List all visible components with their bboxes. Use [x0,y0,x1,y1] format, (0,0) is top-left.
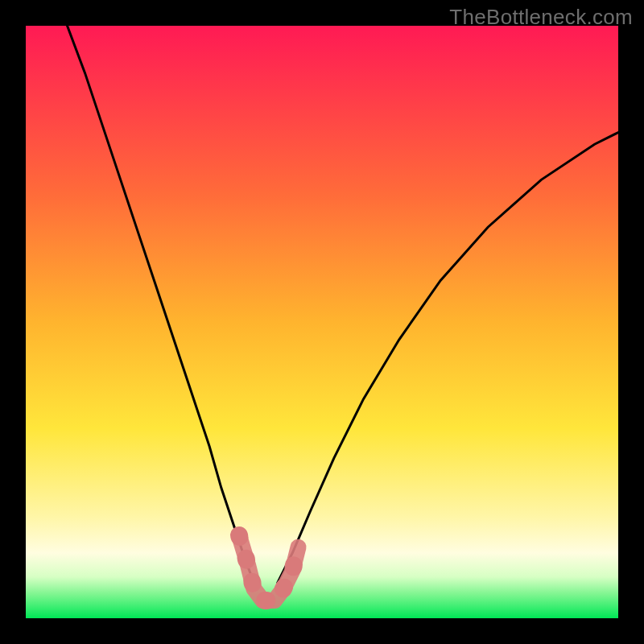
gradient-background [26,26,618,618]
chart-svg [26,26,618,618]
chart-plot-area [26,26,618,618]
chart-frame: TheBottleneck.com [0,0,644,644]
watermark-text: TheBottleneck.com [449,5,633,30]
